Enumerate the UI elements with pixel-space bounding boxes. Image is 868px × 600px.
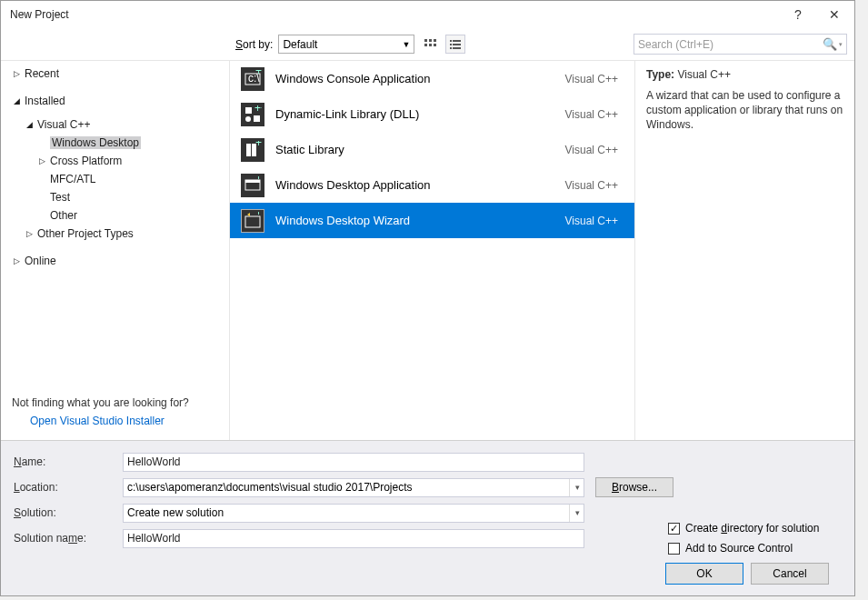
svg-rect-11 (453, 47, 461, 49)
name-input[interactable]: HelloWorld (123, 453, 584, 472)
tree-item-mfc-atl[interactable]: ▷ MFC/ATL (12, 170, 222, 188)
template-lang: Visual C++ (565, 179, 624, 192)
details-view-button[interactable] (445, 35, 465, 54)
template-lang: Visual C++ (565, 108, 624, 121)
template-lang: Visual C++ (565, 144, 624, 156)
source-control-checkbox[interactable]: Add to Source Control (668, 538, 819, 558)
template-item[interactable]: ++ Windows Desktop Application Visual C+… (230, 167, 634, 203)
checkbox-checked-icon: ✓ (668, 523, 680, 535)
type-label: Type: (646, 68, 674, 81)
svg-rect-9 (453, 44, 461, 45)
svg-rect-4 (429, 44, 432, 46)
solution-name-label: Solution name: (14, 532, 123, 545)
svg-rect-16 (254, 115, 260, 122)
search-placeholder: Search (Ctrl+E) (638, 38, 823, 51)
tree-item-other-project-types[interactable]: ▷ Other Project Types (12, 225, 222, 243)
solution-name-input[interactable]: HelloWorld (123, 529, 584, 548)
close-button[interactable]: ✕ (816, 2, 853, 27)
desktop-app-icon: ++ (241, 174, 264, 197)
svg-rect-8 (450, 44, 452, 45)
sort-by-label: Sort by: (235, 38, 273, 51)
template-name: Windows Desktop Wizard (275, 214, 554, 227)
search-icon[interactable]: 🔍 (823, 37, 837, 51)
console-app-icon: c:\++ (241, 67, 264, 91)
main-area: ▷ Recent ◢ Installed ◢ Visual C++ ▷ Wind… (1, 60, 854, 440)
small-icons-view-button[interactable] (420, 35, 440, 54)
template-item[interactable]: c:\++ Windows Console Application Visual… (230, 61, 634, 96)
help-button[interactable]: ? (780, 2, 816, 27)
template-item[interactable]: ++ Dynamic-Link Library (DLL) Visual C++ (230, 96, 634, 132)
template-description: A wizard that can be used to configure a… (646, 88, 843, 133)
tree-item-recent[interactable]: ▷ Recent (12, 65, 222, 83)
svg-rect-19 (246, 144, 251, 156)
expand-icon: ▷ (37, 156, 46, 165)
tree-item-visual-cpp[interactable]: ◢ Visual C++ (12, 115, 222, 134)
tree-item-other[interactable]: ▷ Other (12, 206, 222, 225)
sidebar-footer: Not finding what you are looking for? Op… (12, 391, 222, 433)
create-directory-checkbox[interactable]: ✓ Create directory for solution (668, 518, 819, 538)
dialog-footer: OK Cancel (14, 552, 842, 595)
cancel-button[interactable]: Cancel (751, 563, 829, 585)
description-pane: Type: Visual C++ A wizard that can be us… (634, 61, 854, 440)
titlebar[interactable]: New Project ? ✕ (1, 1, 854, 28)
checkbox-unchecked-icon (668, 543, 680, 555)
solution-combo[interactable]: Create new solution ▾ (123, 504, 584, 523)
expand-icon: ▷ (12, 69, 21, 78)
svg-point-17 (245, 116, 251, 122)
template-name: Windows Desktop Application (275, 178, 554, 192)
tree-item-cross-platform[interactable]: ▷ Cross Platform (12, 152, 222, 170)
collapse-icon: ◢ (12, 96, 21, 105)
new-project-dialog: New Project ? ✕ Sort by: Default ▼ Searc… (0, 0, 855, 596)
type-row: Type: Visual C++ (646, 68, 843, 81)
template-name: Windows Console Application (275, 72, 554, 85)
sort-by-value: Default (283, 38, 317, 51)
chevron-down-icon: ▼ (402, 40, 410, 49)
template-lang: Visual C++ (565, 215, 624, 227)
static-lib-icon: ++ (241, 138, 264, 162)
svg-rect-15 (245, 107, 252, 114)
expand-icon: ▷ (25, 229, 34, 238)
sort-by-combo[interactable]: Default ▼ (278, 35, 414, 54)
svg-rect-3 (424, 44, 427, 46)
toolbar: Sort by: Default ▼ Search (Ctrl+E) 🔍 ▾ (1, 28, 854, 60)
wizard-icon: ++ (241, 209, 264, 233)
dialog-title: New Project (10, 8, 780, 21)
template-name: Static Library (275, 143, 554, 156)
template-lang: Visual C++ (565, 73, 624, 85)
svg-rect-10 (450, 47, 452, 49)
svg-rect-1 (429, 39, 432, 42)
name-label: Name: (14, 455, 123, 468)
solution-label: Solution: (14, 506, 123, 519)
not-finding-label: Not finding what you are looking for? (12, 396, 218, 409)
svg-rect-2 (434, 39, 436, 42)
category-tree: ▷ Recent ◢ Installed ◢ Visual C++ ▷ Wind… (12, 65, 222, 391)
svg-rect-6 (450, 40, 452, 42)
expand-icon: ▷ (12, 256, 21, 265)
template-name: Dynamic-Link Library (DLL) (275, 107, 554, 121)
tree-item-installed[interactable]: ◢ Installed (12, 92, 222, 110)
location-input[interactable]: c:\users\apomeranz\documents\visual stud… (123, 478, 584, 497)
svg-text:++: ++ (255, 212, 262, 218)
ok-button[interactable]: OK (665, 563, 743, 585)
template-item-selected[interactable]: ++ Windows Desktop Wizard Visual C++ (230, 203, 634, 238)
template-list: c:\++ Windows Console Application Visual… (230, 61, 634, 440)
svg-text:++: ++ (255, 141, 262, 149)
chevron-down-icon: ▾ (839, 41, 843, 48)
tree-item-test[interactable]: ▷ Test (12, 188, 222, 206)
chevron-down-icon[interactable]: ▾ (569, 479, 580, 496)
tree-item-windows-desktop[interactable]: ▷ Windows Desktop (12, 134, 222, 152)
location-label: Location: (14, 481, 123, 494)
chevron-down-icon[interactable]: ▾ (569, 505, 580, 522)
tree-item-online[interactable]: ▷ Online (12, 252, 222, 270)
type-value: Visual C++ (677, 68, 730, 81)
svg-text:++: ++ (255, 70, 262, 77)
browse-button[interactable]: Browse... (595, 477, 673, 497)
svg-text:++: ++ (254, 105, 262, 115)
search-input[interactable]: Search (Ctrl+E) 🔍 ▾ (634, 34, 847, 55)
dll-icon: ++ (241, 103, 264, 126)
svg-rect-7 (453, 40, 461, 42)
template-item[interactable]: ++ Static Library Visual C++ (230, 132, 634, 167)
form-area: Name: HelloWorld Location: c:\users\apom… (1, 440, 854, 595)
open-installer-link[interactable]: Open Visual Studio Installer (12, 415, 218, 427)
svg-text:++: ++ (255, 176, 262, 183)
